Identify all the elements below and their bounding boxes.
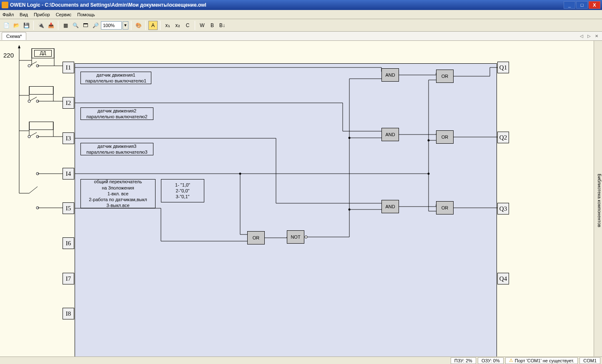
output-icon[interactable]: B↓ [218,21,227,30]
tab-prev-icon[interactable]: ◁ [579,33,584,39]
port-i2[interactable]: I2 [63,97,74,109]
close-button[interactable]: X [589,1,600,9]
grid-icon[interactable]: ▦ [61,21,70,30]
gate-or-1[interactable]: OR [436,70,454,83]
menu-service[interactable]: Сервис [56,12,72,17]
port-i1[interactable]: I1 [63,62,74,73]
switch-housing-3 [29,122,53,130]
input-w-icon[interactable]: W [198,21,207,30]
svg-point-27 [36,172,39,175]
svg-line-21 [29,132,37,137]
comment-1[interactable]: датчик движения1 параллельно выключателю… [80,72,151,84]
port-q1[interactable]: Q1 [497,62,509,73]
tab-close-icon[interactable]: ✕ [594,33,599,39]
svg-point-15 [36,100,39,102]
svg-point-23 [36,135,39,138]
var-icon-2[interactable]: x₂ [173,21,182,30]
minimize-button[interactable]: _ [564,1,575,9]
upload-device-icon[interactable]: 🔌 [36,21,45,30]
comment-3[interactable]: датчик движения3 параллельно выключателю… [80,143,153,155]
menu-bar: Файл Вид Прибор Сервис Помощь [0,10,602,19]
menu-view[interactable]: Вид [20,12,28,17]
dd-label: ДД [40,50,46,55]
svg-line-13 [29,97,37,101]
svg-marker-1 [18,45,20,48]
new-file-icon[interactable]: 📄 [2,21,11,30]
svg-point-28 [36,207,39,209]
zoom-out-icon[interactable]: 🔍 [71,21,80,30]
bold-icon[interactable]: B [208,21,217,30]
status-com[interactable]: COM1 [579,357,600,364]
var-icon-1[interactable]: x₁ [163,21,172,30]
canvas[interactable]: 220 ДД [0,41,594,357]
toolbar: 📄 📂 💾 🔌 📥 ▦ 🔍 🗖 🔎 100% ▾ 🎨 A x₁ x₂ C W B… [0,19,602,32]
menu-file[interactable]: Файл [3,12,14,17]
status-bar: ПЗУ: 2% ОЗУ: 0% Порт 'COM1' не существуе… [0,357,602,364]
comment-4[interactable]: общий переключатель на 3положения 1-вкл.… [80,179,156,208]
zoom-fit-icon[interactable]: 🗖 [81,21,90,30]
svg-point-22 [28,135,30,138]
menu-help[interactable]: Помощь [77,12,95,17]
status-ozu: ОЗУ: 0% [478,357,504,364]
zoom-value[interactable]: 100% [101,21,122,30]
port-i3[interactable]: I3 [63,132,74,144]
zoom-dropdown[interactable]: ▾ [123,21,128,30]
window-title: OWEN Logic - C:\Documents and Settings\A… [10,2,564,8]
status-port-warning: Порт 'COM1' не существует. [505,357,578,364]
tab-schema[interactable]: Схема* [2,32,26,40]
const-icon[interactable]: C [183,21,192,30]
port-i5[interactable]: I5 [63,202,74,214]
save-icon[interactable]: 💾 [22,21,31,30]
svg-point-7 [36,65,39,67]
title-bar: OWEN Logic - C:\Documents and Settings\A… [0,0,602,10]
open-file-icon[interactable]: 📂 [12,21,21,30]
port-i6[interactable]: I6 [63,237,74,249]
gate-not[interactable]: NOT [287,230,304,244]
gate-or-bottom[interactable]: OR [247,231,265,244]
svg-point-6 [28,65,30,67]
port-q3[interactable]: Q3 [497,203,509,214]
comment-2[interactable]: датчик движения2 параллельно выключателю… [80,107,153,120]
gate-and-3[interactable]: AND [381,200,399,213]
svg-point-14 [28,100,30,102]
app-icon [2,2,8,8]
status-pzu: ПЗУ: 2% [451,357,476,364]
svg-line-29 [29,187,38,193]
port-q4[interactable]: Q4 [497,273,509,284]
dd-box: ДД [34,50,52,57]
text-a-icon[interactable]: A [148,21,158,30]
svg-line-5 [29,62,37,66]
gate-or-3[interactable]: OR [436,201,454,214]
comment-legend[interactable]: 1- "1,0" 2-"0,0" 3-"0,1" [161,179,204,202]
port-q2[interactable]: Q2 [497,132,509,143]
switch-housing-2 [29,86,53,95]
maximize-button[interactable]: □ [576,1,588,9]
download-device-icon[interactable]: 📥 [46,21,55,30]
zoom-in-icon[interactable]: 🔎 [91,21,100,30]
port-i4[interactable]: I4 [63,168,74,180]
library-panel[interactable]: Библиотека компонентов [594,41,602,357]
gate-or-2[interactable]: OR [436,130,454,144]
gate-and-2[interactable]: AND [381,128,399,141]
gate-and-1[interactable]: AND [381,68,399,82]
palette-icon[interactable]: 🎨 [134,21,143,30]
tab-next-icon[interactable]: ▷ [586,33,592,39]
port-i8[interactable]: I8 [63,308,74,319]
port-i7[interactable]: I7 [63,273,74,284]
tab-bar: Схема* ◁ ▷ ✕ [0,32,602,41]
menu-device[interactable]: Прибор [34,12,50,17]
label-220: 220 [3,52,14,59]
workspace: 220 ДД [0,41,602,357]
